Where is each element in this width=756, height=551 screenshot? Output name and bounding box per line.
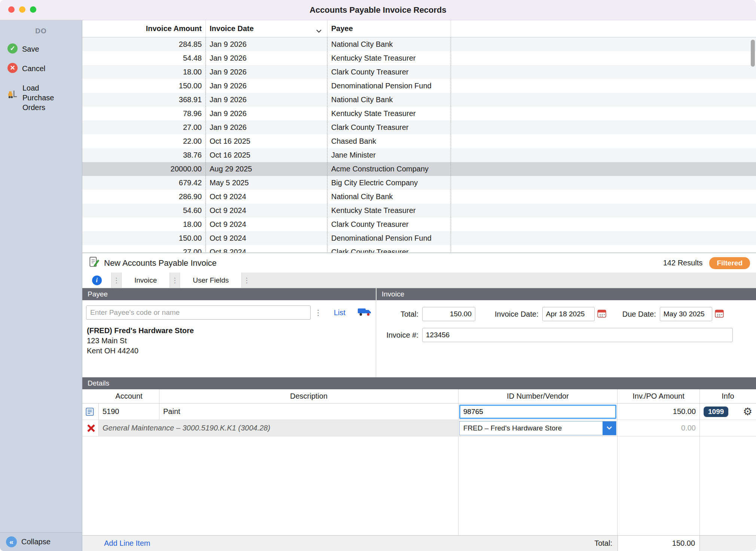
column-header-invoice-date[interactable]: Invoice Date — [206, 20, 327, 37]
payee-search-input[interactable] — [86, 305, 311, 320]
invoice-record-row[interactable]: 286.90 Oct 9 2024 National City Bank — [82, 190, 756, 204]
cancel-x-icon: ✕ — [7, 63, 18, 73]
due-date-calendar-icon[interactable] — [714, 308, 724, 320]
record-empty-cell — [451, 245, 756, 253]
info-tab[interactable]: i — [82, 273, 112, 288]
invoice-record-row[interactable]: 27.00 Jan 9 2026 Clark County Treasurer — [82, 121, 756, 134]
total-input[interactable] — [422, 307, 475, 321]
records-header-row: Invoice Amount Invoice Date Payee — [82, 20, 756, 37]
records-scrollbar[interactable] — [751, 39, 755, 251]
invoice-panel: Invoice Total: Invoice Date: Due Date: — [377, 288, 756, 377]
details-header-row: Account Description ID Number/Vendor Inv… — [82, 389, 756, 404]
cancel-button[interactable]: ✕ Cancel — [0, 58, 82, 78]
record-empty-cell — [451, 217, 756, 231]
load-purchase-orders-button[interactable]: Load Purchase Orders — [0, 78, 82, 117]
record-date-cell: Oct 9 2024 — [206, 217, 327, 231]
vendor-dropdown[interactable]: FRED – Fred's Hardware Store — [459, 421, 616, 435]
invoice-panel-header: Invoice — [377, 288, 756, 300]
due-date-input[interactable] — [660, 307, 712, 321]
tab-user-fields[interactable]: User Fields — [180, 273, 242, 288]
record-date-cell: May 5 2025 — [206, 176, 327, 190]
id-number-input[interactable] — [459, 405, 616, 419]
collapse-button[interactable]: « Collapse — [0, 532, 82, 551]
record-empty-cell — [451, 93, 756, 107]
record-date-cell: Jan 9 2026 — [206, 65, 327, 79]
tab-strip: i ⋮ Invoice ⋮ User Fields ⋮ — [82, 273, 756, 288]
save-check-icon: ✓ — [7, 43, 18, 54]
invoice-record-row[interactable]: 54.60 Oct 9 2024 Kentucky State Treasure… — [82, 204, 756, 217]
column-header-account: Account — [99, 389, 159, 403]
tab-grip-icon[interactable]: ⋮ — [242, 273, 252, 288]
record-payee-cell: National City Bank — [327, 190, 451, 204]
record-payee-cell: National City Bank — [327, 37, 451, 51]
payee-name: (FRED) Fred's Hardware Store — [87, 326, 376, 336]
invoice-record-row[interactable]: 20000.00 Aug 29 2025 Acme Construction C… — [82, 162, 756, 176]
delete-line-button[interactable] — [82, 420, 99, 436]
line-amount-cell[interactable]: 150.00 — [618, 404, 700, 420]
line-settings-gear-icon[interactable]: ⚙ — [743, 407, 752, 417]
record-amount-cell: 286.90 — [82, 190, 206, 204]
payee-panel: Payee ⋮ List (FRED) Fred's Hardware Stor… — [82, 288, 376, 377]
invoice-date-input[interactable] — [542, 307, 595, 321]
filtered-badge[interactable]: Filtered — [709, 257, 750, 269]
delete-x-icon — [86, 424, 95, 433]
records-body: 284.85 Jan 9 2026 National City Bank 54.… — [82, 37, 756, 253]
description-cell[interactable]: Paint — [159, 404, 458, 420]
record-amount-cell: 18.00 — [82, 217, 206, 231]
records-scrollbar-thumb[interactable] — [751, 40, 755, 67]
invoice-record-row[interactable]: 27.00 Oct 8 2024 Clark County Treasurer — [82, 245, 756, 253]
invoice-date-calendar-icon[interactable] — [597, 308, 607, 320]
invoice-record-row[interactable]: 150.00 Jan 9 2026 Denominational Pension… — [82, 79, 756, 93]
invoice-number-input[interactable] — [422, 328, 733, 342]
invoice-record-row[interactable]: 679.42 May 5 2025 Big City Electric Comp… — [82, 176, 756, 190]
results-count: 142 Results — [663, 259, 703, 267]
record-date-cell: Jan 9 2026 — [206, 93, 327, 107]
record-payee-cell: Kentucky State Treasurer — [327, 51, 451, 65]
payee-menu-icon[interactable]: ⋮ — [314, 309, 322, 316]
column-header-description: Description — [159, 389, 458, 403]
expansion-info-cell — [700, 420, 756, 436]
details-icon-column-header — [82, 389, 99, 403]
collapse-label: Collapse — [21, 538, 51, 546]
results-bar: New Accounts Payable Invoice 142 Results… — [82, 253, 756, 273]
column-header-payee[interactable]: Payee — [327, 20, 451, 37]
record-payee-cell: Chased Bank — [327, 134, 451, 148]
tab-grip-icon[interactable]: ⋮ — [170, 273, 180, 288]
invoice-record-row[interactable]: 54.48 Jan 9 2026 Kentucky State Treasure… — [82, 51, 756, 65]
add-line-item-cell: Add Line Item — [99, 536, 458, 551]
vendor-dropdown-chevron-icon[interactable] — [603, 421, 616, 435]
badge-1099[interactable]: 1099 — [704, 407, 728, 417]
sort-descending-icon — [316, 27, 322, 35]
record-date-cell: Oct 8 2024 — [206, 245, 327, 253]
column-header-invoice-amount[interactable]: Invoice Amount — [82, 20, 206, 37]
forklift-icon — [7, 82, 18, 101]
record-date-cell: Jan 9 2026 — [206, 79, 327, 93]
account-cell[interactable]: 5190 — [99, 404, 159, 420]
invoice-record-row[interactable]: 18.00 Oct 9 2024 Clark County Treasurer — [82, 217, 756, 231]
payee-list-link[interactable]: List — [334, 308, 345, 317]
invoice-record-row[interactable]: 284.85 Jan 9 2026 National City Bank — [82, 37, 756, 51]
invoice-record-row[interactable]: 78.96 Jan 9 2026 Kentucky State Treasure… — [82, 107, 756, 121]
due-date-label: Due Date: — [622, 310, 656, 319]
invoice-record-row[interactable]: 150.00 Oct 9 2024 Denominational Pension… — [82, 231, 756, 245]
record-payee-cell: Clark County Treasurer — [327, 65, 451, 79]
record-empty-cell — [451, 190, 756, 204]
invoice-record-row[interactable]: 38.76 Oct 16 2025 Jane Minister — [82, 148, 756, 162]
invoice-record-row[interactable]: 22.00 Oct 16 2025 Chased Bank — [82, 134, 756, 148]
invoice-record-row[interactable]: 18.00 Jan 9 2026 Clark County Treasurer — [82, 65, 756, 79]
invoice-record-row[interactable]: 368.91 Jan 9 2026 National City Bank — [82, 93, 756, 107]
details-panel: Details Account Description ID Number/Ve… — [82, 377, 756, 551]
tab-invoice[interactable]: Invoice — [121, 273, 170, 288]
save-button[interactable]: ✓ Save — [0, 39, 82, 58]
record-date-cell: Aug 29 2025 — [206, 162, 327, 176]
record-amount-cell: 679.42 — [82, 176, 206, 190]
record-amount-cell: 22.00 — [82, 134, 206, 148]
add-line-item-button[interactable]: Add Line Item — [104, 539, 150, 548]
record-payee-cell: Clark County Treasurer — [327, 121, 451, 134]
window-title: Accounts Payable Invoice Records — [0, 0, 756, 20]
tab-grip-icon[interactable]: ⋮ — [112, 273, 121, 288]
column-header-empty — [451, 20, 756, 37]
vendor-truck-icon[interactable] — [357, 307, 372, 319]
record-amount-cell: 54.48 — [82, 51, 206, 65]
account-lookup-icon[interactable] — [82, 404, 99, 420]
